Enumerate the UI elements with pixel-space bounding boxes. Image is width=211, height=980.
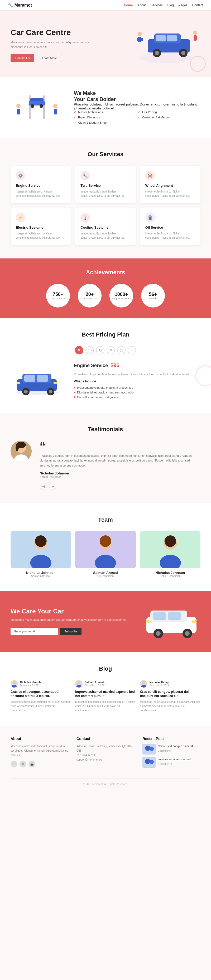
nav-link-contact[interactable]: Contact xyxy=(192,3,203,7)
testimonial-content: ❝ Phasellus volutpat, nibh in pellentesq… xyxy=(11,441,200,490)
blog-post-card: Nicholas Hamph December 8, 2021 Cras eu … xyxy=(11,680,71,713)
pricing-section: Best Pricing Plan ✕◯⚙≡◎○ Engine Service xyxy=(0,318,211,413)
footer-recent: Recent Post Cras eu elit congue placerat… xyxy=(143,737,200,770)
bolder-text: We Make Your Cars Bolder Phasellus volut… xyxy=(74,90,200,124)
svg-rect-12 xyxy=(141,38,143,41)
pricing-price: $96 xyxy=(111,362,119,368)
blog-author-name: Nicholas Hamph xyxy=(149,681,170,684)
navbar: 🔧 Meramot HomeAboutServicesBlogPagesCont… xyxy=(0,0,211,10)
nav-link-about[interactable]: About xyxy=(137,3,146,7)
pricing-tab[interactable]: ⚙ xyxy=(96,346,105,355)
pricing-details: Engine Service $96 Phasellus volutpat ni… xyxy=(74,362,190,399)
bolder-feature-item: ✓Customer Satisfaction xyxy=(138,116,200,119)
checkmark-icon: ✓ xyxy=(138,116,141,119)
facebook-icon[interactable]: f xyxy=(11,760,17,767)
svg-rect-30 xyxy=(37,375,48,382)
pricing-tab[interactable]: ◯ xyxy=(86,346,94,355)
hero-image xyxy=(132,24,200,67)
recent-info: Improve ashamed married ... December 12 xyxy=(158,757,194,768)
email-input[interactable] xyxy=(11,628,58,635)
pricing-tab[interactable]: ≡ xyxy=(106,346,115,355)
achievement-number: 56+ xyxy=(149,292,157,297)
care-description: Maecenas malesuada tincidunt est aliquet… xyxy=(11,618,127,622)
care-image xyxy=(143,604,200,639)
deco-circle-1 xyxy=(190,56,206,72)
twitter-icon[interactable]: 𝕏 xyxy=(19,760,26,767)
blog-grid: Nicholas Hamph December 8, 2021 Cras eu … xyxy=(11,680,200,713)
svg-point-62 xyxy=(156,631,160,636)
achievement-number: 756+ xyxy=(53,292,63,297)
bolder-feature-item: ✓Expert Diagnosis xyxy=(74,116,136,119)
nav-link-pages[interactable]: Pages xyxy=(179,3,187,7)
instagram-icon[interactable]: 📷 xyxy=(29,760,35,767)
footer-about-text: Maecenas malesuada tincidunt Group tinci… xyxy=(11,744,68,757)
svg-point-8 xyxy=(181,51,186,55)
blog-title: Blog xyxy=(11,665,200,672)
nav-link-services[interactable]: Services xyxy=(151,3,163,7)
service-description: Integer et facilisis arcu. Nullam condim… xyxy=(16,232,66,240)
bullet-dot xyxy=(74,387,75,388)
nav-link-home[interactable]: Home xyxy=(124,3,133,7)
service-icon: ⚡ xyxy=(16,213,25,222)
service-card: 🔧 Tyre Service Integer et facilisis arcu… xyxy=(75,165,136,203)
recent-post-title: Cras eu elit congue placerat ... xyxy=(158,744,196,748)
pricing-tab[interactable]: ✕ xyxy=(75,346,83,355)
svg-rect-59 xyxy=(153,612,166,620)
blog-avatar xyxy=(11,680,18,687)
footer-bottom: © 2021 Meramot. All Rights Reserved. xyxy=(11,778,200,786)
svg-point-71 xyxy=(77,681,81,684)
testimonial-name: Nicholas Johnson xyxy=(40,471,200,475)
nav-logo: 🔧 Meramot xyxy=(8,3,32,8)
bolder-image xyxy=(11,90,63,124)
team-member-card: Nicholas Johnson Senior Technician xyxy=(140,531,200,578)
footer-email: support@meramot.com xyxy=(76,757,135,762)
nav-link-blog[interactable]: Blog xyxy=(168,3,174,7)
service-icon: ⚙️ xyxy=(16,171,25,180)
service-name: Engine Service xyxy=(16,183,66,188)
recent-post-title: Improve ashamed married ... xyxy=(158,757,194,762)
service-description: Integer et facilisis arcu. Nullam condim… xyxy=(145,232,195,240)
service-icon: 🛞 xyxy=(145,171,155,180)
svg-point-21 xyxy=(40,104,43,108)
recent-info: Cras eu elit congue placerat ... Decembe… xyxy=(158,744,196,754)
service-icon: 🛢️ xyxy=(145,213,155,222)
svg-point-46 xyxy=(35,535,47,547)
team-member-role: Senior Instructor xyxy=(11,575,71,578)
svg-point-6 xyxy=(155,51,159,55)
pricing-tab[interactable]: ○ xyxy=(128,346,136,355)
footer: About Maecenas malesuada tincidunt Group… xyxy=(0,726,211,791)
pricing-content: Engine Service $96 Phasellus volutpat ni… xyxy=(11,362,200,399)
pricing-tab[interactable]: ◎ xyxy=(117,346,125,355)
learn-more-button[interactable]: Learn More xyxy=(37,54,62,62)
team-photo xyxy=(140,531,200,568)
blog-post-title: Cras eu elit congue, placerat dui tincid… xyxy=(11,690,71,698)
achievement-label: Cars Serviced xyxy=(49,297,68,300)
footer-address: Address: 23 rue St-Jean, Quebec City, QC… xyxy=(76,744,135,753)
services-section: Our Services ⚙️ Engine Service Integer e… xyxy=(0,138,211,258)
blog-author: Salman Ahmed December 12, 2021 xyxy=(75,680,136,687)
achievement-number: 1000+ xyxy=(115,292,128,297)
bolder-feature-item: ✓Clean & Modern Shop xyxy=(74,121,136,124)
pricing-description: Phasellus volutpat nibh ac laoreet pulvi… xyxy=(74,372,190,377)
testimonial-next-button[interactable]: ▶ xyxy=(49,483,56,490)
service-description: Integer et facilisis arcu. Nullam condim… xyxy=(81,232,130,240)
hero-text: Car Care Centre Maecenas malesuada tinci… xyxy=(11,28,95,62)
contact-button[interactable]: Contact Us xyxy=(11,54,34,62)
bolder-feature-item: ✓Fair Pricing xyxy=(138,110,200,114)
service-description: Integer et facilisis arcu. Nullam condim… xyxy=(145,189,195,198)
footer-about: About Maecenas malesuada tincidunt Group… xyxy=(11,737,68,770)
bullet-dot xyxy=(74,396,75,398)
service-name: Cooling Systems xyxy=(81,226,130,229)
hero-description: Maecenas malesuada tincidunt est aliquet… xyxy=(11,40,95,49)
svg-rect-36 xyxy=(54,382,57,384)
subscribe-button[interactable]: Subscribe xyxy=(60,628,81,635)
testimonial-prev-button[interactable]: ◀ xyxy=(40,483,47,490)
team-section: Team Nicholas Johnson Senior Instructor … xyxy=(0,503,211,591)
team-member-name: Salman Ahmed xyxy=(75,571,136,575)
care-section: We Care Your Car Maecenas malesuada tinc… xyxy=(0,591,211,652)
svg-rect-25 xyxy=(54,109,57,115)
svg-rect-11 xyxy=(137,38,139,41)
svg-point-22 xyxy=(16,104,21,108)
team-photo xyxy=(11,531,71,568)
checkmark-icon: ✓ xyxy=(74,116,76,119)
